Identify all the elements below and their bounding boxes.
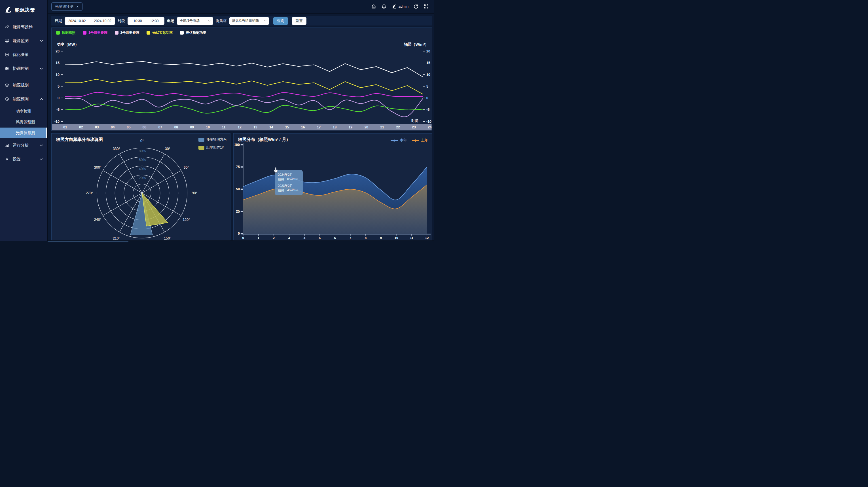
chevron-down-icon bbox=[40, 158, 43, 160]
sidebar-item-dashboard[interactable]: 能源驾驶舱 bbox=[0, 20, 47, 34]
sidebar-item-label: 功率预测 bbox=[16, 109, 31, 114]
svg-text:50: 50 bbox=[236, 187, 240, 191]
sidebar: 能源决策 能源驾驶舱能源监测优化决策协调控制能源规划能源预测功率预测风资源预测光… bbox=[0, 0, 48, 241]
svg-text:9: 9 bbox=[380, 236, 382, 240]
svg-text:20: 20 bbox=[365, 125, 369, 129]
monthly-irradiance-area-chart[interactable]: 10075502500123456789101112 bbox=[234, 133, 432, 240]
legend-item[interactable]: 光伏实际功率 bbox=[147, 30, 173, 35]
sidebar-item-control[interactable]: 协调控制 bbox=[0, 62, 47, 75]
refresh-icon[interactable] bbox=[413, 4, 419, 9]
reset-button[interactable]: 重置 bbox=[292, 17, 306, 25]
topbar-actions: admin bbox=[371, 4, 429, 9]
svg-text:12: 12 bbox=[425, 236, 429, 240]
svg-text:-10: -10 bbox=[426, 120, 431, 124]
svg-text:0°: 0° bbox=[140, 139, 144, 143]
user-menu[interactable]: admin bbox=[392, 4, 408, 9]
tower-value: 默认/1号组串矩阵 bbox=[232, 19, 259, 23]
forecast-icon bbox=[4, 97, 9, 101]
sidebar-item-label: 光资源预测 bbox=[16, 130, 35, 135]
svg-text:18: 18 bbox=[333, 125, 337, 129]
svg-text:24: 24 bbox=[428, 125, 432, 129]
tower-select[interactable]: 默认/1号组串矩阵 bbox=[229, 17, 269, 25]
legend-swatch bbox=[198, 138, 205, 142]
power-irradiance-line-chart[interactable]: 0102030405060708091011121314151617181920… bbox=[52, 28, 432, 131]
date-to[interactable]: 2024-10-02 bbox=[94, 19, 112, 23]
sidebar-item-monitor[interactable]: 能源监测 bbox=[0, 34, 47, 48]
sidebar-item-settings[interactable]: 设置 bbox=[0, 152, 47, 166]
legend-swatch bbox=[56, 31, 60, 35]
svg-text:14: 14 bbox=[269, 125, 273, 129]
sidebar-item-optimize[interactable]: 优化决策 bbox=[0, 48, 47, 62]
legend-item[interactable]: 1号组串矩阵 bbox=[83, 30, 107, 35]
horizontal-scrollbar[interactable] bbox=[48, 240, 434, 241]
query-button[interactable]: 查询 bbox=[273, 17, 288, 25]
chevron-down-icon bbox=[40, 67, 43, 70]
sidebar-item-wind-forecast[interactable]: 风资源预测 bbox=[0, 117, 47, 127]
legend-item[interactable]: 组串矩阵1# bbox=[198, 145, 227, 150]
tower-label: 测风塔 bbox=[216, 19, 227, 24]
close-icon[interactable]: × bbox=[76, 4, 79, 8]
svg-text:100: 100 bbox=[234, 143, 240, 147]
svg-text:75: 75 bbox=[236, 165, 240, 169]
svg-text:10: 10 bbox=[206, 125, 210, 129]
sidebar-item-label: 设置 bbox=[13, 157, 21, 162]
svg-text:10: 10 bbox=[56, 73, 60, 77]
sidebar-item-planning[interactable]: 能源规划 bbox=[0, 78, 47, 92]
time-to[interactable]: 12:30 bbox=[150, 19, 159, 23]
sidebar-item-forecast[interactable]: 能源预测 bbox=[0, 92, 47, 106]
date-range-input[interactable]: 2024-10-02 ~ 2024-10-02 bbox=[65, 17, 115, 25]
sidebar-item-power-forecast[interactable]: 功率预测 bbox=[0, 106, 47, 117]
svg-text:12: 12 bbox=[238, 125, 242, 129]
farm-select[interactable]: 全部/1号电场 bbox=[177, 17, 213, 25]
svg-text:03: 03 bbox=[95, 125, 99, 129]
legend-item[interactable]: 上年 bbox=[412, 138, 428, 143]
svg-text:21: 21 bbox=[380, 125, 384, 129]
range-separator: ~ bbox=[145, 19, 147, 23]
fullscreen-icon[interactable] bbox=[424, 4, 429, 9]
legend-label: 光伏预测功率 bbox=[186, 30, 206, 35]
home-icon[interactable] bbox=[371, 4, 376, 9]
notification-bell-icon[interactable] bbox=[381, 4, 387, 9]
time-range-input[interactable]: 10:30 ~ 12:30 bbox=[128, 17, 164, 25]
legend-label: 本年 bbox=[400, 138, 407, 143]
svg-text:60%: 60% bbox=[139, 158, 146, 162]
legend-label: 组串矩阵1# bbox=[206, 145, 224, 150]
svg-text:7: 7 bbox=[349, 236, 351, 240]
sidebar-item-label: 优化决策 bbox=[13, 52, 29, 57]
svg-text:0: 0 bbox=[238, 232, 240, 236]
legend-item[interactable]: 预测辐照方向 bbox=[198, 137, 227, 142]
date-from[interactable]: 2024-10-02 bbox=[68, 19, 86, 23]
svg-text:22: 22 bbox=[396, 125, 400, 129]
svg-text:15: 15 bbox=[285, 125, 289, 129]
svg-text:07: 07 bbox=[158, 125, 162, 129]
sidebar-item-analysis[interactable]: 运行分析 bbox=[0, 138, 47, 152]
time-label: 时段 bbox=[118, 19, 125, 24]
tab-solar-forecast[interactable]: 光资源预测 × bbox=[51, 2, 83, 11]
svg-text:300°: 300° bbox=[94, 165, 101, 170]
legend-item[interactable]: 预测辐照 bbox=[56, 30, 75, 35]
svg-text:0: 0 bbox=[58, 96, 60, 100]
svg-text:8: 8 bbox=[365, 236, 367, 240]
legend-item[interactable]: 2号组串矩阵 bbox=[115, 30, 140, 35]
range-separator: ~ bbox=[89, 19, 91, 23]
svg-text:270°: 270° bbox=[86, 191, 93, 195]
tooltip-date: 2024年2月 bbox=[278, 173, 300, 177]
chevron-down-icon bbox=[264, 19, 267, 22]
mouse-cursor-icon bbox=[274, 167, 279, 173]
main-area: 光资源预测 × admin 日期 2024-10-02 ~ bbox=[48, 0, 434, 241]
sidebar-item-label: 能源预测 bbox=[13, 97, 29, 102]
legend-item[interactable]: 光伏预测功率 bbox=[180, 30, 206, 35]
svg-text:06: 06 bbox=[143, 125, 147, 129]
sidebar-item-solar-forecast[interactable]: 光资源预测 bbox=[0, 127, 47, 138]
dashboard-icon bbox=[4, 24, 9, 29]
svg-text:25: 25 bbox=[236, 210, 240, 213]
topbar: 光资源预测 × admin bbox=[48, 0, 434, 13]
legend-item[interactable]: 本年 bbox=[391, 138, 407, 143]
content: 日期 2024-10-02 ~ 2024-10-02 时段 10:30 ~ 12… bbox=[48, 13, 434, 240]
power-irradiance-chart-panel: 预测辐照1号组串矩阵2号组串矩阵光伏实际功率光伏预测功率 功率（MW） 辐照（W… bbox=[51, 28, 432, 131]
time-from[interactable]: 10:30 bbox=[133, 19, 142, 23]
tab-label: 光资源预测 bbox=[55, 4, 73, 9]
scrollbar-thumb[interactable] bbox=[48, 241, 128, 242]
svg-text:30°: 30° bbox=[165, 147, 170, 151]
rose-chart-legend: 预测辐照方向组串矩阵1# bbox=[198, 137, 227, 150]
